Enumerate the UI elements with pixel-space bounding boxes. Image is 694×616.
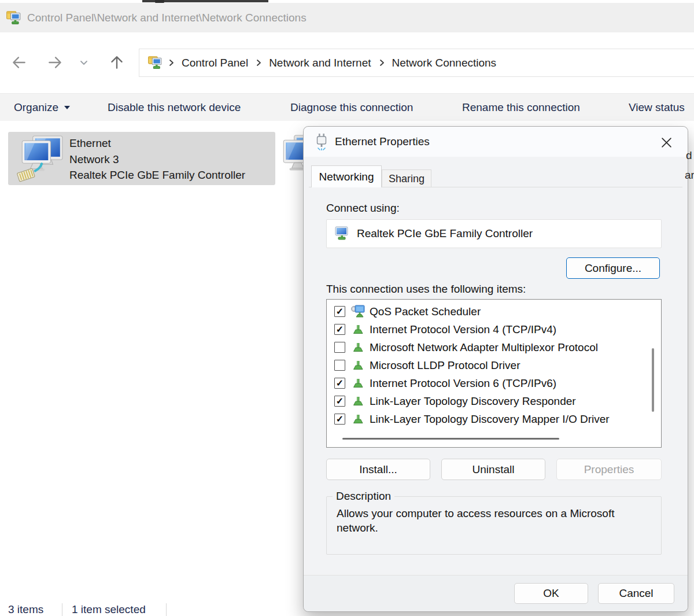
protocol-checkbox[interactable]: ✓ [334,306,345,317]
back-button[interactable] [8,51,30,73]
breadcrumb-network-connections[interactable]: Network Connections [392,57,497,69]
description-title: Description [333,490,394,503]
install-button[interactable]: Install... [326,459,430,480]
protocol-checkbox[interactable]: ✓ [334,414,345,425]
connection-adapter: Realtek PCIe GbE Family Controller [69,167,245,183]
occluded-text-fragment: ar [685,169,694,182]
protocol-icon [350,359,366,372]
forward-button[interactable] [44,51,66,73]
protocol-icon [350,395,366,408]
connection-item-ethernet[interactable]: Ethernet Network 3 Realtek PCIe GbE Fami… [8,132,275,185]
protocol-list-row[interactable]: Microsoft Network Adapter Multiplexor Pr… [327,338,661,356]
protocol-label: Link-Layer Topology Discovery Responder [370,395,576,408]
protocol-list-row[interactable]: ✓ Link-Layer Topology Discovery Responde… [327,392,661,410]
protocol-label: Microsoft Network Adapter Multiplexor Pr… [370,341,598,354]
protocol-icon [350,377,366,390]
description-text: Allows your computer to access resources… [337,506,629,535]
properties-button: Properties [556,459,662,480]
ethernet-properties-dialog: Ethernet Properties Networking Sharing C… [303,126,688,612]
protocol-label: Link-Layer Topology Discovery Mapper I/O… [370,413,610,426]
ethernet-connection-icon [15,134,65,186]
vertical-scrollbar-thumb[interactable] [652,348,654,412]
window-title: Control Panel\Network and Internet\Netwo… [27,12,307,24]
protocol-list-row[interactable]: ✓ Internet Protocol Version 4 (TCP/IPv4) [327,320,661,338]
breadcrumb-chevron-icon [255,58,262,67]
tab-networking[interactable]: Networking [311,165,382,187]
diagnose-connection-button[interactable]: Diagnose this connection [290,94,413,121]
configure-button[interactable]: Configure... [566,257,660,279]
rename-connection-button[interactable]: Rename this connection [462,94,580,121]
items-list-label: This connection uses the following items… [326,283,526,296]
description-groupbox: Description Allows your computer to acce… [326,490,662,555]
adapter-name: Realtek PCIe GbE Family Controller [357,227,533,240]
protocol-label: Internet Protocol Version 6 (TCP/IPv6) [370,377,556,390]
breadcrumb-control-panel[interactable]: Control Panel [182,57,248,69]
dialog-title: Ethernet Properties [335,127,430,157]
network-adapter-icon [334,225,350,243]
protocol-list-row[interactable]: ✓ QoS Packet Scheduler [327,303,661,320]
protocol-list-row[interactable]: ✓ Link-Layer Topology Discovery Mapper I… [327,410,661,428]
address-location-icon [147,54,163,72]
protocol-checkbox[interactable]: ✓ [334,396,345,407]
occluded-text-fragment: d [686,149,692,162]
qos-icon [350,304,366,319]
ok-button[interactable]: OK [514,583,588,604]
protocol-icon [350,413,366,426]
view-status-button[interactable]: View status [629,94,685,121]
network-connections-window: Control Panel\Network and Internet\Netwo… [0,0,694,616]
protocol-checkbox[interactable] [334,360,345,371]
recent-locations-chevron-icon[interactable] [76,54,92,71]
protocol-checkbox[interactable]: ✓ [334,378,345,389]
protocol-checkbox[interactable]: ✓ [334,324,345,335]
status-separator [62,603,62,616]
status-items-count: 3 items [8,603,43,616]
connection-network: Network 3 [69,152,245,168]
address-bar[interactable]: Control Panel Network and Internet Netwo… [139,49,694,77]
status-separator [166,603,167,616]
command-toolbar: Organize Disable this network device Dia… [0,93,694,121]
protocol-label: Internet Protocol Version 4 (TCP/IPv4) [370,323,556,336]
organize-menu-button[interactable]: Organize [14,94,71,121]
breadcrumb-chevron-icon [168,58,175,67]
protocol-list-row[interactable]: ✓ Internet Protocol Version 6 (TCP/IPv6) [327,374,661,392]
tab-sharing[interactable]: Sharing [382,169,431,187]
cancel-button[interactable]: Cancel [598,583,674,604]
protocol-label: Microsoft LLDP Protocol Driver [370,359,520,372]
close-icon[interactable] [655,132,677,152]
status-selection-count: 1 item selected [72,603,146,616]
network-folder-icon [6,9,22,27]
window-titlebar: Control Panel\Network and Internet\Netwo… [0,3,694,32]
adapter-display-box: Realtek PCIe GbE Family Controller [326,219,662,248]
protocol-checkbox[interactable] [334,342,345,353]
uninstall-button[interactable]: Uninstall [441,459,545,480]
protocol-label: QoS Packet Scheduler [370,305,481,318]
breadcrumb-network-and-internet[interactable]: Network and Internet [269,57,371,69]
organize-label: Organize [14,101,58,114]
protocol-icon [350,323,366,336]
protocol-list: ✓ QoS Packet Scheduler ✓ [326,299,662,448]
dialog-footer: OK Cancel [304,575,688,611]
connect-using-label: Connect using: [326,202,400,215]
dropdown-caret-icon [64,105,71,110]
protocol-icon [350,341,366,354]
disable-network-device-button[interactable]: Disable this network device [108,94,241,121]
breadcrumb-chevron-icon [378,58,385,67]
horizontal-scrollbar-thumb[interactable] [342,438,559,440]
connection-name: Ethernet [69,135,245,152]
protocol-list-row[interactable]: Microsoft LLDP Protocol Driver [327,356,661,374]
ethernet-plug-icon [315,133,328,153]
up-button[interactable] [106,51,128,73]
